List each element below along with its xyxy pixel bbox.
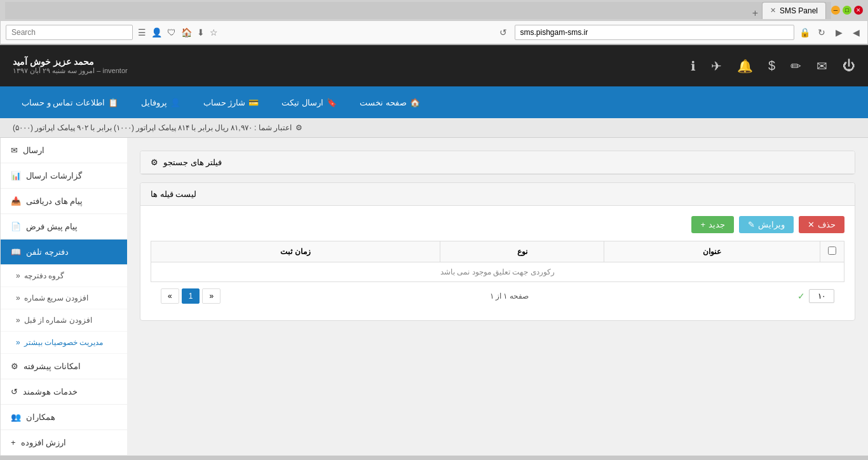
value-added-label: ارزش افزوده — [21, 438, 67, 447]
edit-button[interactable]: ✎ ویرایش — [739, 216, 794, 233]
menu-icon[interactable]: ☰ — [138, 27, 146, 37]
apply-page-size-button[interactable]: ✓ — [797, 291, 805, 301]
phonebook-sidebar-label: دفترچه تلفن — [26, 247, 69, 257]
shield-icon[interactable]: 🛡 — [167, 27, 176, 37]
nav-home[interactable]: 🏠 صفحه نخست — [351, 93, 429, 112]
sidebar-sub-add-from-prev[interactable]: افزودن شماره از قبل « — [1, 309, 127, 332]
groups-arrow-icon: « — [16, 271, 20, 280]
header-icons: ⏻ ✉ ✏ $ 🔔 ✈ ℹ — [691, 58, 855, 74]
user-name: محمد عزیز خوش آمید — [13, 57, 128, 67]
sidebar-item-reports[interactable]: گزارشات ارسال 📊 — [1, 163, 127, 189]
col-checkbox — [820, 241, 844, 262]
dollar-icon[interactable]: $ — [768, 58, 775, 73]
manage-props-arrow-icon: « — [16, 338, 20, 347]
sidebar-sub-add-number[interactable]: افزودن سریع شماره « — [1, 287, 127, 309]
sidebar-item-preset[interactable]: پیام پیش فرض 📄 — [1, 214, 127, 240]
sidebar-item-send[interactable]: ارسال ✉ — [1, 138, 127, 163]
pagination-info: صفحه ۱ از ۱ — [490, 292, 529, 301]
col-type: نوع — [440, 241, 604, 262]
nav-profile[interactable]: 👤 پروفایل — [132, 93, 189, 112]
new-tab-button[interactable]: + — [749, 8, 762, 19]
minimize-button[interactable]: ─ — [831, 6, 840, 15]
charge-icon: 💳 — [248, 98, 259, 107]
sidebar: ارسال ✉ گزارشات ارسال 📊 پیام های دریافتی… — [0, 138, 127, 456]
reload-button[interactable]: ↺ — [497, 26, 510, 39]
groups-label: گروه دفترچه — [24, 271, 64, 280]
url-input[interactable] — [515, 25, 795, 40]
list-panel: لیست قیله ها + جدید ✎ ویرایش ✕ حذف — [140, 182, 855, 321]
manage-props-label: مدیریت خصوصیات بیشتر — [24, 338, 104, 347]
home-nav-icon[interactable]: 🏠 — [181, 27, 192, 37]
add-number-arrow-icon: « — [16, 294, 20, 302]
page-size-input[interactable] — [809, 289, 834, 303]
new-label: جدید — [709, 220, 725, 229]
back-button[interactable]: ◀ — [850, 26, 862, 39]
pagination-buttons: « 1 » — [161, 288, 220, 304]
phonebook-sidebar-icon: 📖 — [11, 247, 21, 257]
nav-ticket[interactable]: 🔖 ارسال تیکت — [273, 93, 346, 112]
nav-charge-label: شارژ حساب — [203, 98, 246, 107]
app-header: ⏻ ✉ ✏ $ 🔔 ✈ ℹ محمد عزیز خوش آمید invento… — [0, 45, 868, 86]
value-added-icon: + — [11, 438, 16, 447]
download-icon[interactable]: ⬇ — [197, 27, 205, 37]
filter-panel: فیلتر های جستجو ⚙ — [140, 151, 855, 175]
browser-search-input[interactable] — [6, 25, 133, 40]
send-icon[interactable]: ✈ — [711, 58, 722, 74]
main-layout: فیلتر های جستجو ⚙ لیست قیله ها + جدید ✎ … — [0, 138, 868, 456]
new-button[interactable]: + جدید — [691, 216, 734, 233]
delete-label: حذف — [818, 220, 836, 229]
sidebar-sub-manage-props[interactable]: مدیریت خصوصیات بیشتر « — [1, 332, 127, 354]
sidebar-sub-groups[interactable]: گروه دفترچه « — [1, 265, 127, 287]
next-page-button[interactable]: » — [161, 288, 179, 304]
filter-panel-header[interactable]: فیلتر های جستجو ⚙ — [140, 151, 855, 174]
edit-label: ویرایش — [758, 220, 785, 229]
sidebar-item-received[interactable]: پیام های دریافتی 📥 — [1, 189, 127, 214]
user-account-icon[interactable]: 👤 — [151, 27, 162, 37]
edit-icon[interactable]: ✏ — [790, 58, 801, 74]
profile-icon: 👤 — [170, 98, 180, 107]
bell-icon[interactable]: 🔔 — [737, 58, 753, 74]
ticket-icon: 🔖 — [327, 98, 337, 107]
nav-contact-label: اطلاعات تماس و حساب — [22, 98, 105, 107]
advanced-label: امکانات پیشرفته — [24, 362, 81, 371]
refresh-button[interactable]: ↻ — [815, 26, 828, 39]
advanced-icon: ⚙ — [11, 362, 18, 371]
edit-icon: ✎ — [748, 220, 755, 229]
tab-close-icon[interactable]: ✕ — [770, 6, 776, 15]
current-page-button[interactable]: 1 — [182, 288, 200, 304]
sidebar-item-advanced[interactable]: امکانات پیشرفته ⚙ — [1, 354, 127, 379]
mail-icon[interactable]: ✉ — [817, 58, 827, 74]
nav-home-label: صفحه نخست — [360, 98, 407, 107]
sidebar-item-partners[interactable]: همکاران 👥 — [1, 405, 127, 430]
list-panel-header: لیست قیله ها — [140, 183, 855, 206]
nav-profile-label: پروفایل — [141, 98, 167, 107]
bookmark-icon[interactable]: ☆ — [210, 27, 218, 37]
prev-page-button[interactable]: « — [202, 288, 220, 304]
power-icon[interactable]: ⏻ — [843, 58, 855, 73]
maximize-button[interactable]: □ — [843, 6, 851, 15]
nav-bar: 🏠 صفحه نخست 🔖 ارسال تیکت 💳 شارژ حساب 👤 پ… — [0, 86, 868, 118]
sidebar-item-phonebook[interactable]: دفترچه تلفن 📖 — [1, 240, 127, 265]
nav-charge[interactable]: 💳 شارژ حساب — [194, 93, 268, 112]
delete-button[interactable]: ✕ حذف — [799, 216, 844, 233]
filter-gear-icon: ⚙ — [151, 158, 158, 167]
delete-icon: ✕ — [808, 220, 815, 229]
info-icon[interactable]: ℹ — [691, 58, 696, 74]
info-text: اعتبار شما : ۸۱,۹۷۰ ریال برابر با ۸۱۴ پی… — [13, 123, 292, 132]
select-all-checkbox[interactable] — [828, 247, 836, 255]
sidebar-item-smart[interactable]: خدمات هوشمند ↺ — [1, 379, 127, 405]
received-sidebar-icon: 📥 — [11, 196, 21, 206]
preset-sidebar-icon: 📄 — [11, 222, 21, 231]
add-from-prev-arrow-icon: « — [16, 316, 20, 325]
close-button[interactable]: ✕ — [854, 6, 863, 15]
smart-label: خدمات هوشمند — [23, 387, 78, 396]
list-table: عنوان نوع زمان ثبت رکوردی جهت ت — [151, 241, 844, 282]
forward-button[interactable]: ▶ — [833, 26, 845, 39]
nav-contact-info[interactable]: 📋 اطلاعات تماس و حساب — [13, 93, 127, 112]
received-sidebar-label: پیام های دریافتی — [26, 196, 83, 206]
add-number-label: افزودن سریع شماره — [24, 294, 89, 302]
nav-ticket-label: ارسال تیکت — [281, 98, 323, 107]
new-icon: + — [700, 220, 705, 229]
browser-tab[interactable]: SMS Panel ✕ — [762, 2, 826, 19]
sidebar-item-value-added[interactable]: ارزش افزوده + — [1, 430, 127, 456]
